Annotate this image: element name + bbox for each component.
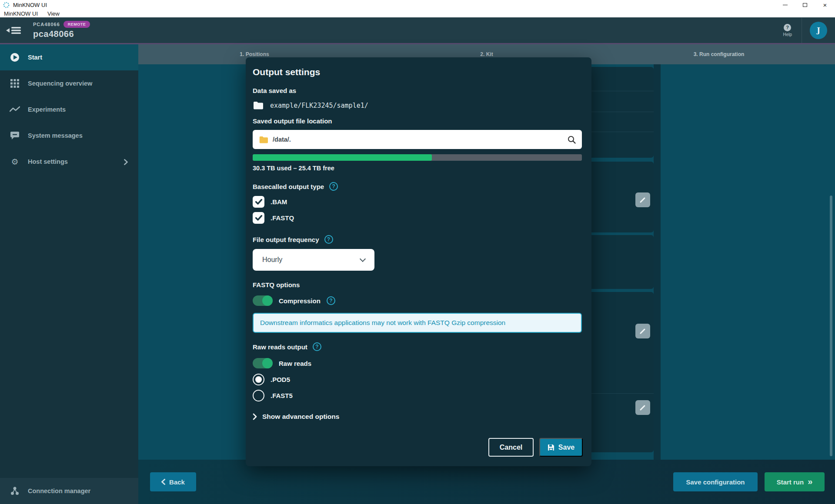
gear-icon: ⚙ xyxy=(10,156,20,167)
output-location-value: /data/. xyxy=(273,136,563,143)
frequency-help-icon[interactable]: ? xyxy=(324,235,333,244)
pencil-icon xyxy=(639,327,647,335)
output-location-input[interactable]: /data/. xyxy=(253,130,582,149)
save-label: Save xyxy=(558,444,574,451)
sidebar-item-connection-manager[interactable]: Connection manager xyxy=(0,478,138,504)
device-block: PCA48066 REMOTE pca48066 xyxy=(33,21,90,39)
start-run-button[interactable]: Start run » xyxy=(765,472,825,491)
os-titlebar: MinKNOW UI × xyxy=(0,0,835,10)
pod5-radio[interactable] xyxy=(253,374,264,385)
window-title: MinKNOW UI xyxy=(13,2,47,8)
menu-bar: MinKNOW UI View xyxy=(0,10,835,17)
fastq-label: .FASTQ xyxy=(271,214,294,222)
frequency-label: File output frequency xyxy=(253,236,319,243)
frequency-value: Hourly xyxy=(262,256,282,264)
minimize-button[interactable] xyxy=(775,0,795,10)
sidebar-item-host-settings[interactable]: ⚙ Host settings xyxy=(0,149,138,175)
line-chart-icon xyxy=(10,104,20,115)
file-output-frequency-select[interactable]: Hourly xyxy=(253,249,374,271)
compression-row: Compression ? xyxy=(253,295,583,306)
raw-reads-label: Raw reads xyxy=(279,360,311,367)
avatar[interactable]: J xyxy=(810,22,827,39)
edit-button[interactable] xyxy=(635,192,650,207)
sidebar-item-label: Host settings xyxy=(28,158,68,165)
output-settings-modal: Output settings Data saved as example/FL… xyxy=(246,57,591,466)
toggle-knob xyxy=(262,358,273,368)
chevron-right-icon xyxy=(253,413,257,420)
sidebar: Start Sequencing overview Experiments Sy… xyxy=(0,44,138,504)
pod5-label: .POD5 xyxy=(271,376,290,383)
fastq-options-label: FASTQ options xyxy=(253,281,583,288)
fast5-option-row: .FAST5 xyxy=(253,390,583,401)
radio-dot xyxy=(255,376,262,383)
edit-button[interactable] xyxy=(635,324,650,338)
basecalled-help-icon[interactable]: ? xyxy=(329,182,338,191)
compression-warning-banner: Downstream informatics applications may … xyxy=(253,313,582,333)
menu-minknow-ui[interactable]: MinKNOW UI xyxy=(4,10,38,17)
bam-label: .BAM xyxy=(271,198,287,206)
sidebar-item-system-messages[interactable]: System messages xyxy=(0,123,138,149)
modal-title: Output settings xyxy=(253,67,583,77)
raw-reads-toggle[interactable] xyxy=(253,358,273,368)
compression-label: Compression xyxy=(279,297,321,305)
cancel-label: Cancel xyxy=(500,444,522,451)
sidebar-item-label: Sequencing overview xyxy=(28,80,92,87)
chevron-down-icon xyxy=(360,256,366,262)
sidebar-item-sequencing-overview[interactable]: Sequencing overview xyxy=(0,70,138,96)
save-configuration-label: Save configuration xyxy=(686,478,745,486)
fast5-label: .FAST5 xyxy=(271,392,293,399)
menu-view[interactable]: View xyxy=(47,10,60,17)
back-button[interactable]: Back xyxy=(150,472,196,491)
fastq-checkbox[interactable] xyxy=(253,212,264,224)
sidebar-item-start[interactable]: Start xyxy=(0,44,138,70)
warning-text: Downstream informatics applications may … xyxy=(260,319,505,327)
raw-reads-help-icon[interactable]: ? xyxy=(313,342,321,351)
start-icon xyxy=(10,52,20,63)
compression-toggle[interactable] xyxy=(253,295,273,306)
help-button[interactable]: ? Help xyxy=(783,24,792,37)
show-advanced-options[interactable]: Show advanced options xyxy=(253,413,583,421)
wizard-footer: Back Save configuration Start run » xyxy=(138,460,835,504)
header-divider xyxy=(802,18,802,43)
sidebar-item-label: Experiments xyxy=(28,106,66,113)
close-button[interactable]: × xyxy=(815,0,835,10)
app-spinner-icon xyxy=(3,2,10,8)
remote-badge: REMOTE xyxy=(63,21,90,28)
network-hub-icon xyxy=(10,486,20,496)
sidebar-footer-label: Connection manager xyxy=(28,487,90,494)
advanced-label: Show advanced options xyxy=(262,413,339,421)
save-configuration-button[interactable]: Save configuration xyxy=(673,472,758,491)
maximize-button[interactable] xyxy=(795,0,815,10)
collapse-sidebar-icon[interactable] xyxy=(6,25,22,36)
search-icon[interactable] xyxy=(568,136,576,144)
edit-button[interactable] xyxy=(635,400,650,415)
data-saved-path: example/FLK23245/sample1/ xyxy=(270,102,368,109)
save-button[interactable]: Save xyxy=(539,438,583,457)
raw-reads-output-label: Raw reads output xyxy=(253,343,307,351)
fastq-option-row: .FASTQ xyxy=(253,212,583,224)
storage-bar xyxy=(253,154,582,161)
maximize-icon xyxy=(803,3,807,7)
compression-help-icon[interactable]: ? xyxy=(327,296,335,305)
sidebar-item-experiments[interactable]: Experiments xyxy=(0,96,138,123)
grid-icon xyxy=(10,78,20,89)
chevron-left-icon xyxy=(161,479,165,485)
basecalled-output-label: Basecalled output type xyxy=(253,183,324,190)
minimize-icon xyxy=(783,5,788,5)
scrollbar[interactable] xyxy=(830,196,832,456)
step-run-configuration[interactable]: 3. Run configuration xyxy=(603,44,835,64)
bam-checkbox[interactable] xyxy=(253,196,264,208)
device-id: PCA48066 xyxy=(33,22,60,27)
app-header: PCA48066 REMOTE pca48066 ? Help J xyxy=(0,17,835,44)
cancel-button[interactable]: Cancel xyxy=(488,438,534,457)
app-window: MinKNOW UI × MinKNOW UI View PCA48066 RE… xyxy=(0,0,835,504)
checkmark-icon xyxy=(255,199,262,205)
close-icon: × xyxy=(823,2,827,8)
storage-bar-fill xyxy=(253,154,432,161)
pencil-icon xyxy=(639,404,647,411)
fast5-radio[interactable] xyxy=(253,390,264,401)
bam-option-row: .BAM xyxy=(253,196,583,208)
double-chevron-right-icon: » xyxy=(808,477,812,486)
checkmark-icon xyxy=(255,215,262,221)
pencil-icon xyxy=(639,196,647,204)
